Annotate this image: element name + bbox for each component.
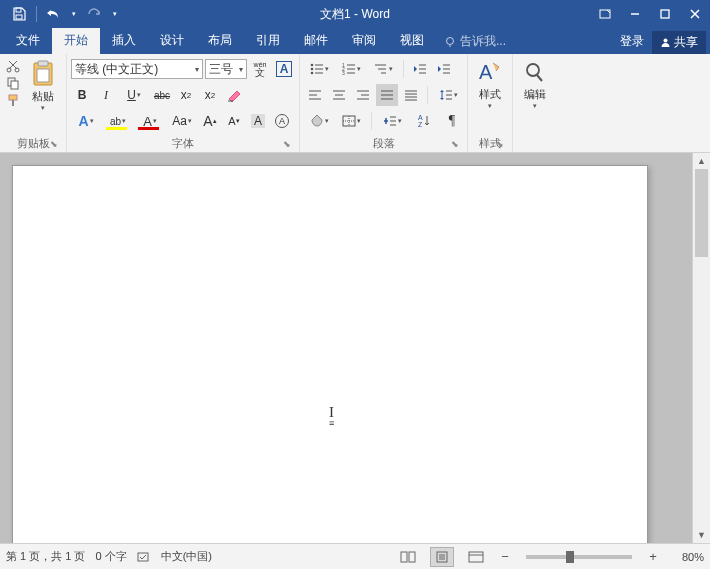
grow-font-button[interactable]: A▴ [199,110,221,132]
asian-layout-button[interactable]: ▾ [377,110,407,132]
group-label-paragraph: 段落 [373,137,395,149]
proofing-icon[interactable] [137,551,151,563]
paragraph-launcher[interactable]: ⬊ [449,139,461,151]
phonetic-guide-button[interactable]: wén文 [249,58,271,80]
tab-review[interactable]: 审阅 [340,28,388,54]
font-color-button[interactable]: A▾ [135,110,165,132]
qat-customize[interactable]: ▾ [109,2,121,26]
increase-indent-button[interactable] [433,58,455,80]
text-cursor-icon: I≡ [329,404,334,426]
tab-design[interactable]: 设计 [148,28,196,54]
undo-dropdown[interactable]: ▾ [69,2,79,26]
italic-button[interactable]: I [95,84,117,106]
clear-formatting-button[interactable] [223,84,245,106]
line-spacing-button[interactable]: ▾ [433,84,463,106]
cut-button[interactable] [6,59,22,73]
text-effects-button[interactable]: A▾ [71,110,101,132]
undo-button[interactable] [41,2,67,26]
redo-button[interactable] [81,2,107,26]
format-painter-button[interactable] [6,93,22,107]
sort-button[interactable]: AZ [409,110,439,132]
scroll-down-button[interactable]: ▼ [693,527,710,543]
svg-rect-11 [11,81,18,89]
share-button[interactable]: 共享 [652,31,706,54]
status-bar: 第 1 页，共 1 页 0 个字 中文(中国) − + 80% [0,543,710,569]
highlight-color-button[interactable]: ab▾ [103,110,133,132]
decrease-indent-button[interactable] [409,58,431,80]
document-page[interactable]: I≡ [12,165,648,543]
align-justify-button[interactable] [376,84,398,106]
tab-file[interactable]: 文件 [4,28,52,54]
tab-insert[interactable]: 插入 [100,28,148,54]
svg-rect-15 [38,61,48,66]
ribbon-display-options[interactable] [590,0,620,28]
svg-line-68 [537,75,542,81]
word-count-status[interactable]: 0 个字 [95,549,126,564]
numbering-button[interactable]: 123▾ [336,58,366,80]
zoom-slider[interactable] [526,555,632,559]
zoom-in-button[interactable]: + [646,549,660,564]
subscript-button[interactable]: x2 [175,84,197,106]
read-mode-button[interactable] [396,547,420,567]
show-marks-button[interactable]: ¶ [441,110,463,132]
svg-text:Z: Z [418,121,423,128]
align-right-button[interactable] [352,84,374,106]
svg-rect-76 [469,552,483,562]
align-center-button[interactable] [328,84,350,106]
search-icon [523,59,547,87]
minimize-button[interactable] [620,0,650,28]
copy-button[interactable] [6,76,22,90]
char-shading-button[interactable]: A [247,110,269,132]
styles-button[interactable]: A 样式 ▾ [472,57,508,136]
font-name-selector[interactable]: 等线 (中文正文)▾ [71,59,203,79]
underline-button[interactable]: U▾ [119,84,149,106]
tab-view[interactable]: 视图 [388,28,436,54]
font-launcher[interactable]: ⬊ [281,139,293,151]
tab-layout[interactable]: 布局 [196,28,244,54]
clipboard-launcher[interactable]: ⬊ [48,139,60,151]
change-case-button[interactable]: Aa▾ [167,110,197,132]
char-border-button[interactable]: A [273,58,295,80]
svg-rect-70 [401,552,407,562]
editing-button[interactable]: 编辑 ▾ [517,57,553,136]
shrink-font-button[interactable]: A▾ [223,110,245,132]
superscript-button[interactable]: x2 [199,84,221,106]
tab-references[interactable]: 引用 [244,28,292,54]
scroll-up-button[interactable]: ▲ [693,153,710,169]
vertical-scrollbar[interactable]: ▲ ▼ [692,153,710,543]
align-left-button[interactable] [304,84,326,106]
save-button[interactable] [6,2,32,26]
paste-button[interactable]: 粘贴 ▾ [24,57,62,136]
print-layout-button[interactable] [430,547,454,567]
ribbon-tabs: 文件 开始 插入 设计 布局 引用 邮件 审阅 视图 告诉我... 登录 共享 [0,28,710,54]
zoom-thumb[interactable] [566,551,574,563]
bold-button[interactable]: B [71,84,93,106]
lightbulb-icon [444,36,456,48]
align-distributed-button[interactable] [400,84,422,106]
web-layout-button[interactable] [464,547,488,567]
multilevel-list-button[interactable]: ▾ [368,58,398,80]
scroll-thumb[interactable] [695,169,708,257]
title-bar: ▾ ▾ 文档1 - Word [0,0,710,28]
strikethrough-button[interactable]: abc [151,84,173,106]
login-button[interactable]: 登录 [612,29,652,54]
close-button[interactable] [680,0,710,28]
tab-mailings[interactable]: 邮件 [292,28,340,54]
tab-home[interactable]: 开始 [52,28,100,54]
styles-launcher[interactable]: ⬊ [494,139,506,151]
group-label-font: 字体 [172,137,194,149]
font-size-selector[interactable]: 三号▾ [205,59,247,79]
maximize-button[interactable] [650,0,680,28]
enclose-char-button[interactable]: A [271,110,293,132]
borders-button[interactable]: ▾ [336,110,366,132]
zoom-out-button[interactable]: − [498,549,512,564]
zoom-percentage[interactable]: 80% [670,551,704,563]
language-status[interactable]: 中文(中国) [161,549,212,564]
page-viewport[interactable]: I≡ [0,153,692,543]
tell-me-search[interactable]: 告诉我... [436,29,514,54]
bullets-button[interactable]: ▾ [304,58,334,80]
shading-button[interactable]: ▾ [304,110,334,132]
page-number-status[interactable]: 第 1 页，共 1 页 [6,549,85,564]
svg-point-19 [310,68,313,71]
group-editing: 编辑 ▾ [513,54,557,152]
